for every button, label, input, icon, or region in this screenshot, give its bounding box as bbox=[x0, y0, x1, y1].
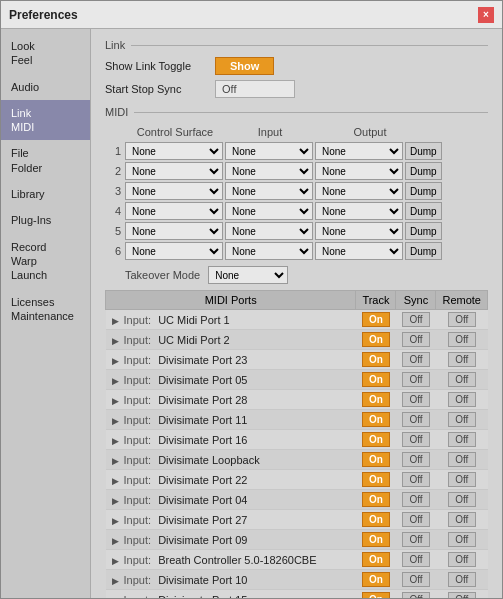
midi-input-4[interactable]: None bbox=[225, 202, 313, 220]
port-remote-btn[interactable]: Off bbox=[448, 492, 476, 507]
port-sync-btn[interactable]: Off bbox=[402, 392, 430, 407]
port-track-btn[interactable]: On bbox=[362, 592, 390, 598]
midi-dump-6[interactable]: Dump bbox=[405, 242, 442, 260]
port-expand-btn[interactable]: ▶ bbox=[110, 556, 121, 566]
port-expand-btn[interactable]: ▶ bbox=[110, 416, 121, 426]
port-remote-btn[interactable]: Off bbox=[448, 312, 476, 327]
port-expand-btn[interactable]: ▶ bbox=[110, 356, 121, 366]
port-track-btn[interactable]: On bbox=[362, 512, 390, 527]
port-expand-btn[interactable]: ▶ bbox=[110, 456, 121, 466]
midi-output-4[interactable]: None bbox=[315, 202, 403, 220]
port-track-btn[interactable]: On bbox=[362, 552, 390, 567]
port-remote-btn[interactable]: Off bbox=[448, 352, 476, 367]
midi-input-5[interactable]: None bbox=[225, 222, 313, 240]
midi-surface-4[interactable]: None bbox=[125, 202, 223, 220]
port-sync-btn[interactable]: Off bbox=[402, 332, 430, 347]
midi-dump-2[interactable]: Dump bbox=[405, 162, 442, 180]
port-expand-btn[interactable]: ▶ bbox=[110, 316, 121, 326]
port-remote-btn[interactable]: Off bbox=[448, 392, 476, 407]
port-remote-btn[interactable]: Off bbox=[448, 532, 476, 547]
midi-output-3[interactable]: None bbox=[315, 182, 403, 200]
sidebar-item-link-midi[interactable]: Link MIDI bbox=[1, 100, 90, 141]
port-sync-btn[interactable]: Off bbox=[402, 592, 430, 598]
port-remote-btn[interactable]: Off bbox=[448, 412, 476, 427]
takeover-mode-select[interactable]: None bbox=[208, 266, 288, 284]
port-sync-btn[interactable]: Off bbox=[402, 352, 430, 367]
port-track-btn[interactable]: On bbox=[362, 572, 390, 587]
port-sync-btn[interactable]: Off bbox=[402, 532, 430, 547]
port-remote-btn[interactable]: Off bbox=[448, 452, 476, 467]
port-expand-btn[interactable]: ▶ bbox=[110, 376, 121, 386]
port-remote-btn[interactable]: Off bbox=[448, 332, 476, 347]
sidebar-item-look[interactable]: Look Feel bbox=[1, 33, 90, 74]
sidebar-item-record-warp-launch[interactable]: Record Warp Launch bbox=[1, 234, 90, 289]
midi-output-1[interactable]: None bbox=[315, 142, 403, 160]
port-sync-btn[interactable]: Off bbox=[402, 312, 430, 327]
sidebar-item-library[interactable]: Library bbox=[1, 181, 90, 207]
port-sync-btn[interactable]: Off bbox=[402, 552, 430, 567]
port-sync-btn[interactable]: Off bbox=[402, 412, 430, 427]
port-expand-btn[interactable]: ▶ bbox=[110, 516, 121, 526]
close-button[interactable]: × bbox=[478, 7, 494, 23]
port-remote-cell: Off bbox=[436, 350, 488, 370]
port-sync-btn[interactable]: Off bbox=[402, 572, 430, 587]
port-sync-btn[interactable]: Off bbox=[402, 432, 430, 447]
port-track-btn[interactable]: On bbox=[362, 372, 390, 387]
port-expand-btn[interactable]: ▶ bbox=[110, 476, 121, 486]
port-sync-btn[interactable]: Off bbox=[402, 452, 430, 467]
port-sync-btn[interactable]: Off bbox=[402, 512, 430, 527]
port-remote-btn[interactable]: Off bbox=[448, 512, 476, 527]
midi-surface-2[interactable]: None bbox=[125, 162, 223, 180]
midi-dump-4[interactable]: Dump bbox=[405, 202, 442, 220]
port-remote-btn[interactable]: Off bbox=[448, 552, 476, 567]
port-expand-btn[interactable]: ▶ bbox=[110, 576, 121, 586]
port-remote-btn[interactable]: Off bbox=[448, 572, 476, 587]
midi-surface-1[interactable]: None bbox=[125, 142, 223, 160]
port-track-btn[interactable]: On bbox=[362, 312, 390, 327]
port-track-btn[interactable]: On bbox=[362, 432, 390, 447]
midi-output-5[interactable]: None bbox=[315, 222, 403, 240]
sidebar-item-plug-ins[interactable]: Plug-Ins bbox=[1, 207, 90, 233]
port-expand-btn[interactable]: ▶ bbox=[110, 536, 121, 546]
port-track-btn[interactable]: On bbox=[362, 532, 390, 547]
port-expand-btn[interactable]: ▶ bbox=[110, 396, 121, 406]
midi-dump-5[interactable]: Dump bbox=[405, 222, 442, 240]
port-expand-btn[interactable]: ▶ bbox=[110, 496, 121, 506]
port-sync-btn[interactable]: Off bbox=[402, 492, 430, 507]
midi-input-6[interactable]: None bbox=[225, 242, 313, 260]
port-remote-btn[interactable]: Off bbox=[448, 592, 476, 598]
port-track-btn[interactable]: On bbox=[362, 392, 390, 407]
midi-output-6[interactable]: None bbox=[315, 242, 403, 260]
port-expand-btn[interactable]: ▶ bbox=[110, 596, 121, 599]
midi-dump-1[interactable]: Dump bbox=[405, 142, 442, 160]
port-track-btn[interactable]: On bbox=[362, 332, 390, 347]
midi-input-1[interactable]: None bbox=[225, 142, 313, 160]
port-expand-btn[interactable]: ▶ bbox=[110, 436, 121, 446]
port-track-btn[interactable]: On bbox=[362, 472, 390, 487]
midi-output-2[interactable]: None bbox=[315, 162, 403, 180]
port-sync-btn[interactable]: Off bbox=[402, 372, 430, 387]
midi-input-2[interactable]: None bbox=[225, 162, 313, 180]
port-sync-btn[interactable]: Off bbox=[402, 472, 430, 487]
midi-surface-6[interactable]: None bbox=[125, 242, 223, 260]
port-track-btn[interactable]: On bbox=[362, 492, 390, 507]
show-link-toggle-label: Show Link Toggle bbox=[105, 60, 215, 72]
port-name: Divisimate Port 09 bbox=[158, 534, 247, 546]
port-track-btn[interactable]: On bbox=[362, 412, 390, 427]
sidebar-item-audio[interactable]: Audio bbox=[1, 74, 90, 100]
midi-input-3[interactable]: None bbox=[225, 182, 313, 200]
port-remote-btn[interactable]: Off bbox=[448, 372, 476, 387]
midi-dump-3[interactable]: Dump bbox=[405, 182, 442, 200]
port-expand-btn[interactable]: ▶ bbox=[110, 336, 121, 346]
port-remote-btn[interactable]: Off bbox=[448, 432, 476, 447]
port-track-btn[interactable]: On bbox=[362, 452, 390, 467]
port-track-btn[interactable]: On bbox=[362, 352, 390, 367]
midi-surface-3[interactable]: None bbox=[125, 182, 223, 200]
port-remote-cell: Off bbox=[436, 470, 488, 490]
midi-surface-5[interactable]: None bbox=[125, 222, 223, 240]
port-remote-btn[interactable]: Off bbox=[448, 472, 476, 487]
sidebar-item-licenses-maintenance[interactable]: Licenses Maintenance bbox=[1, 289, 90, 330]
port-row: ▶ Input: Divisimate Port 16 On Off Off bbox=[106, 430, 488, 450]
sidebar-item-file-folder[interactable]: File Folder bbox=[1, 140, 90, 181]
show-link-toggle-button[interactable]: Show bbox=[215, 57, 274, 75]
